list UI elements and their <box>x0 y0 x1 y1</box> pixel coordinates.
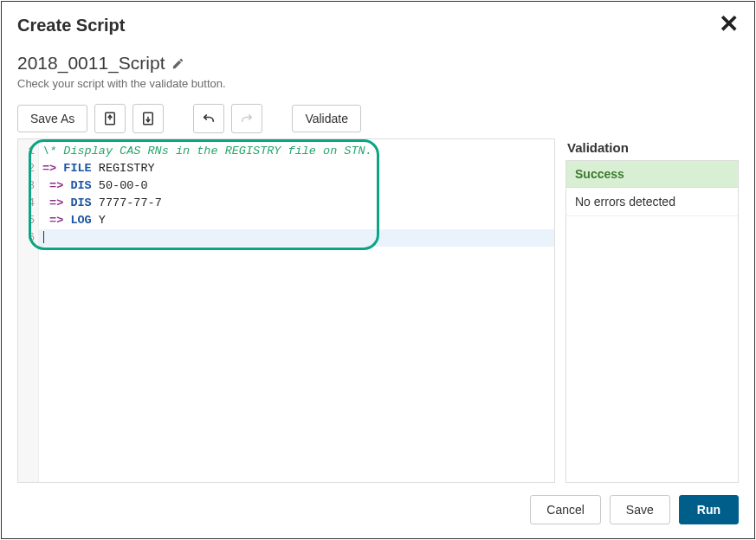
script-subtext: Check your script with the validate butt… <box>17 77 739 90</box>
close-button[interactable]: ✕ <box>713 9 744 40</box>
line-number: 4 <box>18 195 38 212</box>
line-number: 1 <box>18 143 38 160</box>
undo-button[interactable] <box>193 104 224 133</box>
code-token: Y <box>92 214 106 227</box>
validation-panel: Validation Success No errors detected <box>565 138 739 483</box>
import-button[interactable] <box>94 104 126 133</box>
code-token: REGISTRY <box>92 162 155 175</box>
run-button[interactable]: Run <box>679 495 739 524</box>
code-line[interactable]: => DIS 50-00-0 <box>39 177 554 195</box>
redo-icon <box>239 111 255 126</box>
code-token: => <box>42 162 56 175</box>
cursor <box>43 231 44 243</box>
validation-status: Success <box>566 161 738 188</box>
line-number: 5 <box>18 212 38 229</box>
script-name-row: 2018_0011_Script <box>17 53 739 74</box>
code-area[interactable]: \* Display CAS RNs in the REGISTRY file … <box>39 139 554 482</box>
code-token: => <box>49 179 63 192</box>
code-token: 7777-77-7 <box>92 196 162 209</box>
script-name: 2018_0011_Script <box>17 53 165 74</box>
code-token: DIS <box>70 179 91 192</box>
main-split: 123456 \* Display CAS RNs in the REGISTR… <box>17 138 739 483</box>
import-icon <box>102 111 118 126</box>
validation-heading: Validation <box>567 140 739 155</box>
close-icon: ✕ <box>719 12 739 36</box>
validate-button[interactable]: Validate <box>292 105 361 132</box>
code-token <box>42 179 49 192</box>
code-line[interactable]: => FILE REGISTRY <box>39 160 554 177</box>
code-token: DIS <box>70 196 91 209</box>
code-token: 50-00-0 <box>92 179 148 192</box>
code-token <box>42 214 49 227</box>
code-token: FILE <box>63 162 91 175</box>
line-number: 6 <box>18 229 38 247</box>
line-number: 2 <box>18 160 38 177</box>
create-script-dialog: Create Script ✕ 2018_0011_Script Check y… <box>1 1 755 539</box>
line-number: 3 <box>18 177 38 195</box>
code-token <box>42 196 49 209</box>
export-icon <box>140 111 156 126</box>
code-line[interactable]: => LOG Y <box>39 212 554 229</box>
code-line[interactable]: => DIS 7777-77-7 <box>39 195 554 212</box>
undo-icon <box>201 111 216 126</box>
cancel-button[interactable]: Cancel <box>530 495 601 524</box>
dialog-footer: Cancel Save Run <box>2 483 754 538</box>
export-button[interactable] <box>132 104 164 133</box>
validation-message: No errors detected <box>566 188 738 216</box>
save-as-button[interactable]: Save As <box>17 105 87 132</box>
toolbar: Save As <box>17 104 739 133</box>
dialog-header: Create Script ✕ <box>2 2 754 46</box>
code-line[interactable]: \* Display CAS RNs in the REGISTRY file … <box>39 143 554 160</box>
save-button[interactable]: Save <box>610 495 670 524</box>
code-token: \* Display CAS RNs in the REGISTRY file … <box>42 145 372 158</box>
dialog-title: Create Script <box>17 16 739 35</box>
validation-box: Success No errors detected <box>565 160 739 483</box>
dialog-body: 2018_0011_Script Check your script with … <box>2 46 754 483</box>
code-token: LOG <box>70 214 91 227</box>
redo-button[interactable] <box>231 104 262 133</box>
code-token: => <box>49 196 63 209</box>
code-token: => <box>49 214 63 227</box>
pencil-icon[interactable] <box>171 57 184 70</box>
code-editor[interactable]: 123456 \* Display CAS RNs in the REGISTR… <box>17 138 555 483</box>
code-line[interactable] <box>39 229 554 247</box>
line-gutter: 123456 <box>18 139 39 482</box>
